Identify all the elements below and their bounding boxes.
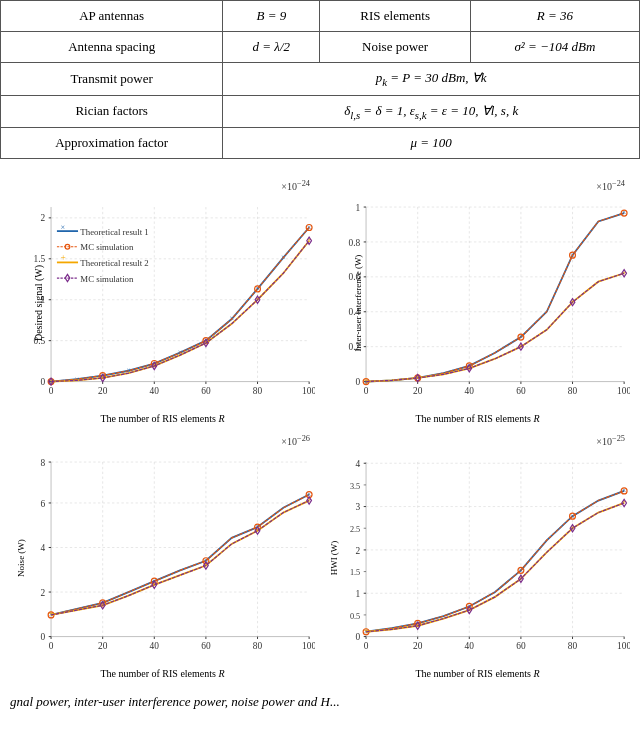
svg-text:6: 6 bbox=[41, 498, 46, 508]
ris-elements-value: R = 36 bbox=[470, 1, 639, 32]
chart1-scale: ×10−24 bbox=[10, 179, 315, 192]
svg-text:40: 40 bbox=[465, 640, 475, 650]
ris-elements-label: RIS elements bbox=[320, 1, 470, 32]
table-row-approx: Approximation factor μ = 100 bbox=[1, 128, 640, 159]
svg-text:4: 4 bbox=[41, 543, 46, 553]
svg-text:1.5: 1.5 bbox=[350, 568, 360, 577]
svg-text:80: 80 bbox=[253, 385, 263, 395]
table-row-rician: Rician factors δl,s = δ = 1, εs,k = ε = … bbox=[1, 95, 640, 128]
chart2-svg: 0 0.2 0.4 0.6 0.8 1 0 20 40 60 80 100 bbox=[325, 195, 630, 412]
charts-container: ×10−24 Desired signal (W) 0 0.5 1 1.5 2 bbox=[0, 169, 640, 689]
svg-text:80: 80 bbox=[568, 640, 578, 650]
svg-text:40: 40 bbox=[150, 640, 160, 650]
svg-text:0: 0 bbox=[356, 377, 361, 387]
chart3-ylabel: Noise (W) bbox=[16, 539, 26, 577]
noise-power-label: Noise power bbox=[320, 32, 470, 63]
chart1-svg: 0 0.5 1 1.5 2 0 20 40 60 80 100 bbox=[10, 195, 315, 412]
transmit-power-label: Transmit power bbox=[1, 63, 223, 96]
bottom-caption: gnal power, inter-user interference powe… bbox=[0, 689, 640, 715]
chart-desired-signal: ×10−24 Desired signal (W) 0 0.5 1 1.5 2 bbox=[5, 174, 320, 429]
chart4-xlabel: The number of RIS elements R bbox=[415, 668, 539, 679]
transmit-power-value: pk = P = 30 dBm, ∀k bbox=[223, 63, 640, 96]
svg-text:0: 0 bbox=[49, 385, 54, 395]
svg-text:0: 0 bbox=[41, 377, 46, 387]
chart2-ylabel: Inter-user interference (W) bbox=[353, 254, 363, 351]
svg-text:2: 2 bbox=[356, 545, 361, 555]
antenna-spacing-value: d = λ/2 bbox=[223, 32, 320, 63]
ap-antennas-label: AP antennas bbox=[1, 1, 223, 32]
rician-factors-value: δl,s = δ = 1, εs,k = ε = 10, ∀l, s, k bbox=[223, 95, 640, 128]
chart1-area: Desired signal (W) 0 0.5 1 1.5 2 bbox=[10, 195, 315, 412]
svg-text:20: 20 bbox=[413, 640, 423, 650]
svg-text:20: 20 bbox=[413, 385, 423, 395]
table-row-2: Antenna spacing d = λ/2 Noise power σ² =… bbox=[1, 32, 640, 63]
svg-marker-71 bbox=[65, 274, 70, 281]
ap-antennas-value: B = 9 bbox=[223, 1, 320, 32]
svg-text:Theoretical result 2: Theoretical result 2 bbox=[80, 257, 148, 267]
approx-factor-label: Approximation factor bbox=[1, 128, 223, 159]
svg-text:Theoretical result 1: Theoretical result 1 bbox=[80, 226, 148, 236]
table-row-transmit: Transmit power pk = P = 30 dBm, ∀k bbox=[1, 63, 640, 96]
svg-text:8: 8 bbox=[41, 457, 46, 467]
svg-text:80: 80 bbox=[253, 640, 263, 650]
svg-text:40: 40 bbox=[150, 385, 160, 395]
svg-text:60: 60 bbox=[201, 385, 211, 395]
chart1-xlabel: The number of RIS elements R bbox=[100, 413, 224, 424]
chart-hwi: ×10−25 HWI (W) 0 1 2 3 4 bbox=[320, 429, 635, 684]
svg-text:2: 2 bbox=[41, 587, 46, 597]
svg-text:20: 20 bbox=[98, 640, 108, 650]
chart3-xlabel: The number of RIS elements R bbox=[100, 668, 224, 679]
chart3-area: Noise (W) 0 2 4 6 8 bbox=[10, 450, 315, 667]
svg-text:0: 0 bbox=[41, 632, 46, 642]
rician-factors-label: Rician factors bbox=[1, 95, 223, 128]
svg-text:40: 40 bbox=[465, 385, 475, 395]
svg-text:20: 20 bbox=[98, 385, 108, 395]
svg-text:0: 0 bbox=[356, 632, 361, 642]
svg-text:3: 3 bbox=[356, 502, 361, 512]
svg-text:100: 100 bbox=[302, 385, 315, 395]
svg-text:60: 60 bbox=[516, 640, 526, 650]
svg-text:0: 0 bbox=[364, 385, 369, 395]
svg-text:×: × bbox=[60, 222, 65, 231]
svg-text:60: 60 bbox=[516, 385, 526, 395]
svg-text:1.5: 1.5 bbox=[33, 254, 45, 264]
chart-noise: ×10−26 Noise (W) 0 2 4 6 8 bbox=[5, 429, 320, 684]
svg-text:0.8: 0.8 bbox=[348, 237, 360, 247]
svg-text:80: 80 bbox=[568, 385, 578, 395]
svg-text:1: 1 bbox=[356, 588, 361, 598]
svg-text:0.5: 0.5 bbox=[350, 611, 360, 620]
chart2-area: Inter-user interference (W) 0 0.2 0.4 0.… bbox=[325, 195, 630, 412]
noise-power-value: σ² = −104 dBm bbox=[470, 32, 639, 63]
svg-text:MC simulation: MC simulation bbox=[80, 242, 134, 252]
svg-text:0: 0 bbox=[364, 640, 369, 650]
chart1-ylabel: Desired signal (W) bbox=[33, 265, 44, 341]
svg-text:2: 2 bbox=[41, 213, 46, 223]
svg-text:MC simulation: MC simulation bbox=[80, 273, 134, 283]
chart2-xlabel: The number of RIS elements R bbox=[415, 413, 539, 424]
svg-text:3.5: 3.5 bbox=[350, 481, 360, 490]
chart3-scale: ×10−26 bbox=[10, 434, 315, 447]
chart3-svg: 0 2 4 6 8 0 20 40 60 80 100 bbox=[10, 450, 315, 667]
svg-text:0: 0 bbox=[49, 640, 54, 650]
svg-text:+: + bbox=[60, 253, 65, 263]
chart4-ylabel: HWI (W) bbox=[329, 540, 339, 575]
chart2-scale: ×10−24 bbox=[325, 179, 630, 192]
svg-text:100: 100 bbox=[617, 640, 630, 650]
table-row-1: AP antennas B = 9 RIS elements R = 36 bbox=[1, 1, 640, 32]
chart4-svg: 0 1 2 3 4 0.5 1.5 2.5 3.5 bbox=[325, 450, 630, 667]
svg-text:100: 100 bbox=[617, 385, 630, 395]
chart4-area: HWI (W) 0 1 2 3 4 0.5 bbox=[325, 450, 630, 667]
antenna-spacing-label: Antenna spacing bbox=[1, 32, 223, 63]
approx-factor-value: μ = 100 bbox=[223, 128, 640, 159]
chart-inter-user: ×10−24 Inter-user interference (W) 0 0.2… bbox=[320, 174, 635, 429]
parameter-table: AP antennas B = 9 RIS elements R = 36 An… bbox=[0, 0, 640, 159]
svg-text:1: 1 bbox=[356, 202, 361, 212]
svg-text:60: 60 bbox=[201, 640, 211, 650]
svg-text:100: 100 bbox=[302, 640, 315, 650]
chart4-scale: ×10−25 bbox=[325, 434, 630, 447]
svg-text:4: 4 bbox=[356, 458, 361, 468]
svg-text:2.5: 2.5 bbox=[350, 524, 360, 533]
